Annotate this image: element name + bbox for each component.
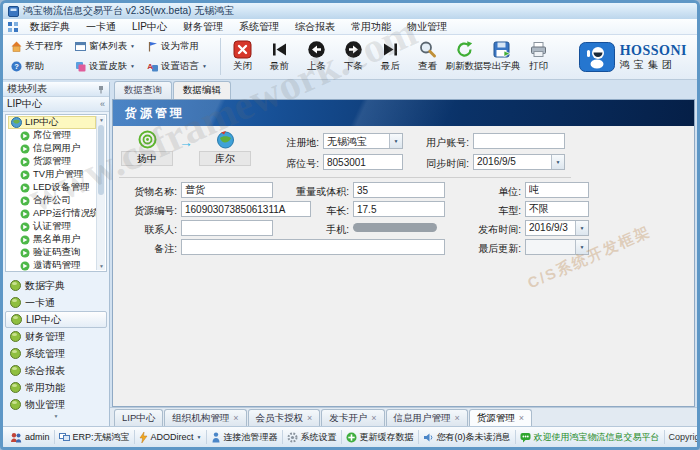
nav-item-finance[interactable]: 财务管理: [5, 328, 107, 345]
next-record-button[interactable]: 下条: [335, 36, 372, 77]
cargo-form: 扬中 → 库尔 注册地: 无锡鸿宝 ▼ 用户账号:: [113, 126, 694, 406]
doc-tab-cargo-source[interactable]: 货源管理×: [469, 409, 532, 426]
export-dictionary-button[interactable]: 导出字典: [483, 36, 520, 77]
tree-item-verify-code[interactable]: 验证码查询: [8, 246, 96, 259]
arrow-bullet-icon: [20, 170, 30, 180]
language-icon: A: [147, 61, 158, 72]
tree-item-blacklist[interactable]: 黑名单用户: [8, 233, 96, 246]
menu-item-data-dictionary[interactable]: 数据字典: [23, 19, 77, 35]
nav-item-lip-center[interactable]: LIP中心: [5, 311, 107, 328]
doc-tab-card-open[interactable]: 发卡开户×: [321, 409, 384, 426]
chevron-down-icon[interactable]: ▼: [575, 221, 588, 235]
menu-item-reports[interactable]: 综合报表: [288, 19, 342, 35]
close-tab-icon[interactable]: ×: [307, 414, 312, 423]
weight-field[interactable]: [353, 182, 445, 198]
main-area: 数据查询 数据编辑 货源管理 扬中 →: [110, 82, 697, 426]
tree-item-info-users[interactable]: 信息网用户: [8, 142, 96, 155]
close-tab-icon[interactable]: ×: [455, 414, 460, 423]
chevron-down-icon[interactable]: ▼: [551, 155, 564, 169]
nav-item-onecard[interactable]: 一卡通: [5, 294, 107, 311]
close-tab-icon[interactable]: ×: [371, 414, 376, 423]
chevron-down-icon[interactable]: ▼: [389, 134, 402, 148]
contact-field[interactable]: [181, 220, 273, 236]
nav-item-reports[interactable]: 综合报表: [5, 362, 107, 379]
tree-item-app-stats[interactable]: APP运行情况统计表: [8, 207, 96, 220]
menu-grid-icon: [7, 21, 19, 33]
tree-item-cargo-source[interactable]: 货源管理: [8, 155, 96, 168]
status-messages[interactable]: 您有(0)条未读消息: [419, 430, 516, 444]
publish-time-picker[interactable]: 2016/9/3 ▼: [525, 220, 589, 236]
doc-tab-info-user[interactable]: 信息用户管理×: [386, 409, 468, 426]
tree-root-lip-center[interactable]: LIP中心: [8, 116, 96, 129]
prev-record-button[interactable]: 上条: [298, 36, 335, 77]
doc-tab-member-card[interactable]: 会员卡授权×: [248, 409, 321, 426]
window-list-button[interactable]: 窗体列表▼: [71, 39, 139, 54]
unit-field[interactable]: [525, 182, 589, 198]
tab-data-edit[interactable]: 数据编辑: [173, 81, 231, 100]
cargo-name-field[interactable]: [181, 182, 273, 198]
module-sphere-icon: [10, 399, 21, 410]
tree-scrollbar[interactable]: ▼ ▼: [96, 116, 105, 270]
tab-data-query[interactable]: 数据查询: [114, 81, 172, 99]
tree-item-invite-code[interactable]: 邀请码管理: [8, 259, 96, 272]
scroll-down-icon[interactable]: ▼: [98, 263, 105, 269]
menu-item-common[interactable]: 常用功能: [344, 19, 398, 35]
menu-item-finance[interactable]: 财务管理: [176, 19, 230, 35]
tree-item-led-devices[interactable]: LED设备管理: [8, 181, 96, 194]
status-settings[interactable]: 系统设置: [283, 430, 342, 444]
users-icon: [10, 432, 22, 443]
remark-field[interactable]: [181, 239, 445, 255]
tree-item-auth-mgmt[interactable]: 认证管理: [8, 220, 96, 233]
status-welcome: 欢迎使用鸿宝物流信息交易平台: [516, 430, 665, 444]
help-button[interactable]: ? 帮助: [7, 59, 67, 74]
printer-icon: [529, 40, 548, 59]
reg-place-combo[interactable]: 无锡鸿宝 ▼: [323, 133, 403, 149]
last-update-picker[interactable]: ▼: [525, 239, 589, 255]
tree-item-partners[interactable]: 合作公司: [8, 194, 96, 207]
scroll-up-icon[interactable]: ▼: [98, 117, 105, 123]
tree-item-seat-mgmt[interactable]: 席位管理: [8, 129, 96, 142]
close-tab-icon[interactable]: ×: [233, 414, 238, 423]
titlebar[interactable]: 鸿宝物流信息交易平台 v2.35(wx.beta) 无锡鸿宝: [3, 3, 697, 19]
seat-no-field[interactable]: [323, 154, 403, 170]
nav-item-common[interactable]: 常用功能: [5, 379, 107, 396]
set-language-button[interactable]: A 设置语言▼: [143, 59, 211, 74]
scroll-thumb[interactable]: [98, 125, 104, 195]
doc-tab-org[interactable]: 组织机构管理×: [164, 409, 246, 426]
nav-item-property[interactable]: 物业管理: [5, 396, 107, 413]
tree-item-tv-users[interactable]: TV用户管理: [8, 168, 96, 181]
menu-item-property[interactable]: 物业管理: [400, 19, 454, 35]
close-button[interactable]: 关闭: [224, 36, 261, 77]
menu-item-system[interactable]: 系统管理: [232, 19, 286, 35]
collapse-icon[interactable]: «: [100, 99, 105, 109]
status-erp[interactable]: ERP:无锡鸿宝: [55, 430, 135, 444]
first-record-button[interactable]: 最前: [261, 36, 298, 77]
pin-icon[interactable]: [97, 85, 105, 94]
chevron-down-icon[interactable]: ▼: [575, 240, 588, 254]
refresh-button[interactable]: 刷新数据: [446, 36, 483, 77]
set-skin-button[interactable]: 设置皮肤▼: [71, 59, 139, 74]
print-button[interactable]: 打印: [520, 36, 557, 77]
truck-type-field[interactable]: [525, 201, 589, 217]
phone-redacted-value: [353, 223, 437, 232]
truck-len-field[interactable]: [353, 201, 445, 217]
status-update-cache[interactable]: 更新缓存数据: [342, 430, 419, 444]
nav-item-data-dictionary[interactable]: 数据字典: [5, 277, 107, 294]
nav-overflow-chevron-icon[interactable]: ▼: [5, 413, 107, 423]
arrow-bullet-icon: [20, 248, 30, 258]
status-user[interactable]: admin: [6, 430, 55, 444]
status-pool-manager[interactable]: 连接池管理器: [207, 430, 283, 444]
close-tab-icon[interactable]: ×: [519, 414, 524, 423]
set-favorite-button[interactable]: 设为常用: [143, 39, 211, 54]
about-button[interactable]: 关于程序: [7, 39, 67, 54]
sync-time-picker[interactable]: 2016/9/5 ▼: [473, 154, 565, 170]
view-button[interactable]: 查看: [409, 36, 446, 77]
last-update-label: 最后更新:: [449, 242, 521, 256]
menu-item-onecard[interactable]: 一卡通: [79, 19, 123, 35]
user-account-field[interactable]: [473, 133, 565, 149]
menu-item-lip-center[interactable]: LIP中心: [125, 19, 174, 35]
nav-item-system[interactable]: 系统管理: [5, 345, 107, 362]
doc-tab-lip-center[interactable]: LIP中心: [114, 409, 163, 426]
status-adodirect[interactable]: ADODirect▼: [135, 430, 207, 444]
last-record-button[interactable]: 最后: [372, 36, 409, 77]
